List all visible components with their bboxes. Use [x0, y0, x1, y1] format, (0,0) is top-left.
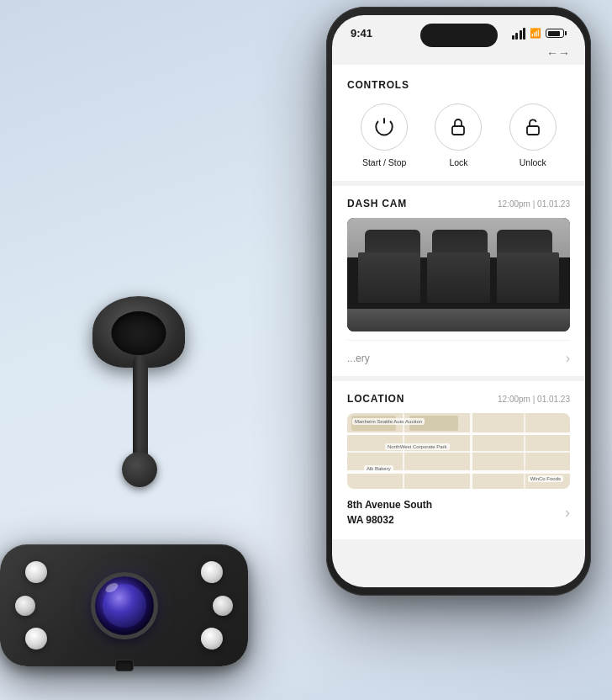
lock-icon-circle[interactable]: [435, 103, 482, 151]
camera-device: [0, 296, 345, 683]
led-top-right: [201, 561, 223, 583]
controls-header: CONTROLS: [347, 77, 570, 92]
signal-icon: [512, 28, 526, 40]
lock-icon: [448, 117, 468, 137]
camera-body: [0, 544, 248, 666]
dashcam-section: DASH CAM 12:00pm | 01.01.23: [332, 186, 585, 376]
map-preview[interactable]: Manheim Seattle Auto Auction NorthWest C…: [347, 413, 570, 489]
controls-title: CONTROLS: [347, 79, 409, 91]
lock-label: Lock: [449, 157, 467, 167]
status-time: 9:41: [351, 27, 372, 40]
dashcam-title: DASH CAM: [347, 198, 407, 209]
address-text: 8th Avenue South WA 98032: [347, 497, 432, 528]
led-mid-right: [213, 596, 233, 616]
location-header: LOCATION 12:00pm | 01.01.23: [347, 393, 570, 405]
camera-mode-button[interactable]: [115, 660, 134, 671]
phone-frame: 9:41 📶: [326, 7, 591, 596]
led-bot-left: [25, 628, 47, 650]
led-mid-left: [15, 596, 35, 616]
address-line2: WA 98032: [347, 514, 394, 526]
address-line1: 8th Avenue South: [347, 499, 432, 511]
navigation-arrows[interactable]: ←→: [332, 45, 585, 65]
unlock-control[interactable]: Unlock: [509, 103, 557, 167]
unlock-label: Unlock: [520, 157, 546, 167]
start-stop-control[interactable]: Start / Stop: [361, 103, 408, 167]
controls-section: CONTROLS Start / Stop: [332, 65, 585, 181]
dashcam-header: DASH CAM 12:00pm | 01.01.23: [347, 198, 570, 209]
address-bar[interactable]: 8th Avenue South WA 98032 ›: [347, 489, 570, 528]
gallery-label: ...ery: [347, 353, 370, 364]
gallery-row[interactable]: ...ery ›: [347, 340, 570, 376]
phone-screen: 9:41 📶: [332, 15, 585, 587]
location-section: LOCATION 12:00pm | 01.01.23: [332, 381, 585, 539]
app-content: CONTROLS Start / Stop: [332, 65, 585, 578]
location-title: LOCATION: [347, 393, 404, 405]
status-icons: 📶: [512, 28, 567, 40]
svg-rect-1: [527, 126, 539, 135]
dashcam-preview[interactable]: [347, 218, 570, 331]
address-chevron: ›: [565, 504, 570, 522]
dashcam-timestamp: 12:00pm | 01.01.23: [498, 199, 570, 209]
lock-control[interactable]: Lock: [435, 103, 482, 167]
start-stop-icon-circle[interactable]: [361, 103, 408, 151]
location-timestamp: 12:00pm | 01.01.23: [498, 395, 570, 404]
svg-rect-0: [452, 126, 464, 135]
start-stop-label: Start / Stop: [362, 157, 407, 167]
camera-lens: [91, 572, 158, 639]
controls-buttons-row: Start / Stop Lock: [347, 103, 570, 167]
unlock-icon: [523, 117, 543, 137]
battery-icon: [546, 29, 567, 38]
mount-arm: [133, 355, 148, 464]
dynamic-island: [420, 24, 498, 47]
power-icon: [373, 116, 395, 138]
wifi-icon: 📶: [530, 28, 541, 39]
led-top-left: [25, 561, 47, 583]
arm-joint: [122, 452, 157, 487]
gallery-chevron: ›: [566, 351, 570, 366]
led-bot-right: [201, 628, 223, 650]
unlock-icon-circle[interactable]: [509, 103, 557, 151]
